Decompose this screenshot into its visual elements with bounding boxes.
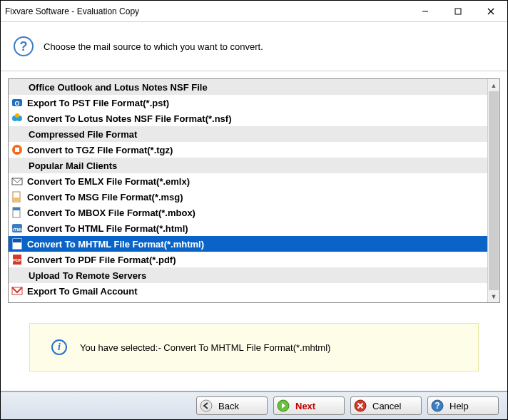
- category-label: Upload To Remote Servers: [29, 270, 146, 281]
- category-label: Popular Mail Clients: [29, 160, 117, 171]
- svg-text:O: O: [14, 100, 19, 107]
- app-window: Fixvare Software - Evaluation Copy ? Cho…: [0, 0, 508, 420]
- mhtml-icon: [11, 238, 23, 250]
- list-item[interactable]: HTMLConvert To HTML File Format(*.html): [9, 220, 487, 236]
- help-label: Help: [449, 401, 469, 411]
- scroll-track[interactable]: [488, 91, 499, 290]
- header: ? Choose the mail source to which you wa…: [1, 22, 507, 71]
- svg-point-8: [15, 113, 19, 118]
- item-label: Convert To PDF File Format(*.pdf): [27, 255, 176, 265]
- cancel-button[interactable]: Cancel: [350, 396, 422, 415]
- list-item[interactable]: Convert To EMLX File Format(*.emlx): [9, 173, 487, 189]
- titlebar: Fixvare Software - Evaluation Copy: [1, 1, 507, 22]
- list-item[interactable]: Convert To MBOX File Format(*.mbox): [9, 205, 487, 220]
- back-button[interactable]: Back: [196, 396, 268, 415]
- item-label: Convert To Lotus Notes NSF File Format(*…: [27, 113, 232, 124]
- item-label: Export To PST File Format(*.pst): [27, 98, 169, 108]
- header-prompt: Choose the mail source to which you want…: [44, 41, 263, 52]
- footer: Back Next Cancel ? Help: [1, 392, 507, 419]
- item-label: Export To Gmail Account: [27, 286, 138, 297]
- question-icon: ?: [14, 36, 34, 56]
- svg-rect-1: [455, 9, 461, 14]
- scroll-up-button[interactable]: ▲: [488, 79, 499, 91]
- help-icon: ?: [431, 399, 444, 412]
- list-item[interactable]: Convert To Lotus Notes NSF File Format(*…: [9, 111, 487, 126]
- window-title: Fixvare Software - Evaluation Copy: [5, 6, 409, 16]
- cancel-icon: [354, 399, 367, 412]
- list-category: Popular Mail Clients: [9, 158, 487, 173]
- list-category: Upload To Remote Servers: [9, 267, 487, 283]
- tgz-icon: [11, 144, 23, 155]
- category-label: Office Outlook and Lotus Notes NSF File: [29, 82, 208, 93]
- scroll-down-button[interactable]: ▼: [488, 290, 499, 302]
- svg-rect-19: [13, 239, 21, 242]
- next-button[interactable]: Next: [273, 396, 345, 415]
- scrollbar[interactable]: ▲ ▼: [487, 79, 499, 302]
- mbox-icon: [11, 207, 23, 218]
- format-list-box: Office Outlook and Lotus Notes NSF FileO…: [8, 78, 500, 303]
- item-label: Convert To MSG File Format(*.msg): [27, 192, 183, 203]
- item-label: Convert to TGZ File Format(*.tgz): [27, 145, 173, 155]
- back-label: Back: [218, 401, 239, 411]
- html-icon: HTML: [11, 222, 23, 234]
- svg-rect-15: [13, 208, 20, 210]
- svg-rect-10: [15, 148, 19, 152]
- cancel-label: Cancel: [372, 401, 401, 411]
- outlook-icon: O: [11, 97, 23, 108]
- nsf-icon: [11, 113, 23, 124]
- item-label: Convert To MBOX File Format(*.mbox): [27, 208, 195, 218]
- pdf-icon: PDF: [11, 254, 23, 265]
- maximize-button[interactable]: [442, 1, 474, 22]
- help-button[interactable]: ? Help: [427, 396, 499, 415]
- svg-text:HTML: HTML: [11, 227, 23, 232]
- svg-text:?: ?: [435, 401, 440, 411]
- item-label: Convert To MHTML File Format(*.mhtml): [27, 239, 204, 250]
- selection-info-text: You have selected:- Convert To MHTML Fil…: [80, 342, 330, 353]
- msg-icon: [11, 191, 23, 203]
- close-button[interactable]: [474, 1, 507, 22]
- gmail-icon: [11, 285, 23, 297]
- body: Office Outlook and Lotus Notes NSF FileO…: [1, 71, 507, 391]
- item-label: Convert To HTML File Format(*.html): [27, 223, 188, 234]
- svg-point-23: [200, 400, 212, 411]
- item-label: Convert To EMLX File Format(*.emlx): [27, 176, 190, 187]
- next-label: Next: [295, 401, 315, 411]
- list-category: Office Outlook and Lotus Notes NSF File: [9, 79, 487, 95]
- category-label: Compressed File Format: [29, 129, 137, 140]
- svg-rect-13: [14, 198, 19, 201]
- list-item[interactable]: PDFConvert To PDF File Format(*.pdf): [9, 252, 487, 267]
- next-arrow-icon: [277, 399, 290, 412]
- format-list[interactable]: Office Outlook and Lotus Notes NSF FileO…: [9, 79, 487, 302]
- list-category: Compressed File Format: [9, 126, 487, 142]
- selection-info-panel: i You have selected:- Convert To MHTML F…: [29, 323, 479, 372]
- list-item[interactable]: Convert To MSG File Format(*.msg): [9, 189, 487, 205]
- list-item[interactable]: Convert To MHTML File Format(*.mhtml): [9, 236, 487, 252]
- minimize-button[interactable]: [409, 1, 442, 22]
- svg-text:PDF: PDF: [13, 258, 21, 262]
- back-arrow-icon: [200, 399, 213, 412]
- info-icon: i: [51, 339, 67, 355]
- scroll-thumb[interactable]: [489, 91, 499, 290]
- list-item[interactable]: OExport To PST File Format(*.pst): [9, 95, 487, 111]
- emlx-icon: [11, 175, 23, 187]
- list-item[interactable]: Convert to TGZ File Format(*.tgz): [9, 142, 487, 158]
- list-item[interactable]: Export To Gmail Account: [9, 283, 487, 299]
